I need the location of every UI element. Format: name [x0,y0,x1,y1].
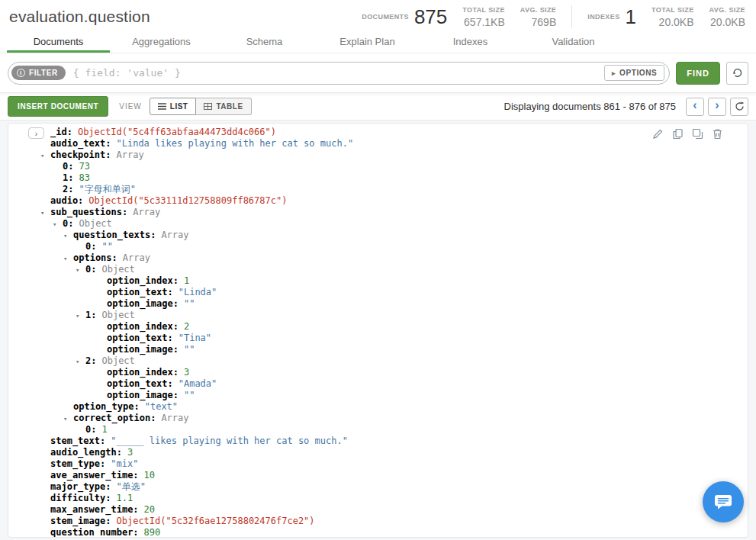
field-key: 2: [85,355,96,366]
field-value: "Linda" [179,287,217,297]
document-row[interactable]: stem_image:ObjectId("5c32f6ae12758802476… [8,516,748,527]
list-icon [158,103,166,110]
document-row[interactable]: option_index:3 [8,367,748,378]
find-button[interactable]: FIND [676,62,720,85]
document-row[interactable]: option_text:"Linda" [8,287,748,298]
query-bar-row: i FILTER ▸ OPTIONS FIND [0,53,756,93]
expand-caret-icon[interactable]: ▾ [63,253,73,265]
history-icon [732,67,743,79]
document-row[interactable]: option_index:1 [8,275,748,287]
document-row[interactable]: audio_text:"Linda likes playing with her… [8,138,748,149]
field-value: 1 [184,275,189,286]
field-value: "" [101,241,112,252]
next-page-button[interactable]: › [708,98,726,116]
pagination-controls: Displaying documents 861 - 876 of 875 ‹ … [504,98,748,116]
field-value: 2 [184,321,189,332]
field-key: option_image: [107,344,179,355]
document-row[interactable]: option_type:"text" [8,401,748,413]
expand-caret-icon[interactable]: ▾ [40,207,50,219]
document-row[interactable]: option_text:"Tina" [8,333,748,344]
delete-document-button[interactable] [712,128,723,140]
query-history-button[interactable] [726,62,748,85]
field-value: Array [123,252,150,263]
document-row[interactable]: option_text:"Amada" [8,378,748,390]
view-table-label: TABLE [216,102,243,111]
document-row[interactable]: option_image:"" [8,298,748,310]
field-key: option_index: [107,321,179,332]
tab-indexes[interactable]: Indexes [419,34,522,53]
chevron-left-icon: ‹ [693,99,696,111]
field-value: "" [184,298,195,309]
expand-caret-icon[interactable]: ▾ [53,219,63,230]
query-bar: i FILTER ▸ OPTIONS [8,62,670,85]
document-row[interactable]: ▾2:Object [8,355,748,367]
document-rows: _id:ObjectId("5c4ff63abfaa44473dd4c066")… [8,127,748,538]
filter-input[interactable] [66,67,604,79]
copy-document-button[interactable] [672,128,684,140]
document-row[interactable]: stem_text:"_____ likes playing with her … [8,436,748,447]
field-key: stem_text: [50,436,105,446]
document-row[interactable]: ▾checkpoint:Array [8,149,748,161]
document-row[interactable]: ▾0:Object [8,264,748,275]
expand-caret-icon[interactable]: ▾ [40,150,50,162]
tab-explain-plan[interactable]: Explain Plan [316,34,419,53]
field-key: _id: [50,127,72,137]
document-row[interactable]: major_type:"单选" [8,481,748,493]
document-row[interactable]: audio_length:3 [8,447,748,458]
expand-caret-icon[interactable]: ▾ [63,230,73,242]
field-key: correct_option: [73,413,156,423]
caret-right-icon: ▸ [612,69,616,77]
document-row[interactable]: ▾options:Array [8,252,748,264]
tab-aggregations[interactable]: Aggregations [110,34,213,53]
field-key: option_index: [107,275,179,286]
document-row[interactable]: 0:73 [8,161,748,172]
expand-caret-icon[interactable]: ▾ [76,310,85,322]
field-key: difficulty: [50,493,111,503]
document-row[interactable]: ▾correct_option:Array [8,413,748,424]
document-row[interactable]: max_answer_time:20 [8,504,748,516]
clone-document-button[interactable] [692,128,703,140]
tab-schema[interactable]: Schema [213,34,316,53]
expand-caret-icon[interactable]: ▾ [76,356,85,368]
field-value: ObjectId("5c33111d12758809ff86787c") [88,195,287,206]
document-row[interactable]: 0:1 [8,424,748,436]
tab-validation[interactable]: Validation [522,34,625,53]
stat-documents: DOCUMENTS 875 [362,7,447,27]
expand-document-button[interactable]: › [28,127,44,139]
intercom-launcher-button[interactable] [703,481,744,522]
document-row[interactable]: option_image:"" [8,344,748,355]
document-row[interactable]: ▾0:Object [8,218,748,230]
expand-caret-icon[interactable]: ▾ [63,413,73,425]
stat-documents-label: DOCUMENTS [362,13,409,21]
collection-stats: DOCUMENTS 875 TOTAL SIZE 657.1KB AVG. SI… [362,5,745,28]
document-row[interactable]: stem_type:"mix" [8,458,748,470]
options-button[interactable]: ▸ OPTIONS [604,65,664,81]
document-row[interactable]: ▾question_texts:Array [8,230,748,241]
document-row[interactable]: 2:"字母和单词" [8,184,748,195]
document-row[interactable]: audio:ObjectId("5c33111d12758809ff86787c… [8,195,748,207]
view-list-button[interactable]: LIST [150,98,197,115]
field-key: question_number: [50,527,139,538]
copy-icon [672,128,684,140]
expand-caret-icon[interactable]: ▾ [76,265,85,276]
document-row[interactable]: question_number:890 [8,527,748,538]
stat-indexes-value: 1 [626,7,636,27]
refresh-button[interactable] [730,98,748,116]
edit-document-button[interactable] [652,128,664,140]
document-row[interactable]: _id:ObjectId("5c4ff63abfaa44473dd4c066") [8,127,748,138]
document-row[interactable]: option_image:"" [8,390,748,401]
tab-documents[interactable]: Documents [7,34,110,53]
document-row[interactable]: ▾sub_questions:Array [8,207,748,218]
document-row[interactable]: 0:"" [8,241,748,252]
document-row[interactable]: option_index:2 [8,321,748,333]
document-row[interactable]: difficulty:1.1 [8,493,748,504]
insert-document-button[interactable]: INSERT DOCUMENT [8,96,108,117]
view-table-button[interactable]: TABLE [196,98,251,115]
field-key: major_type: [50,481,111,492]
info-icon: i [17,69,25,77]
document-row[interactable]: 1:83 [8,172,748,184]
field-value: 3 [127,447,133,458]
document-row[interactable]: ▾1:Object [8,310,748,321]
prev-page-button[interactable]: ‹ [686,98,704,116]
document-row[interactable]: ave_answer_time:10 [8,470,748,481]
